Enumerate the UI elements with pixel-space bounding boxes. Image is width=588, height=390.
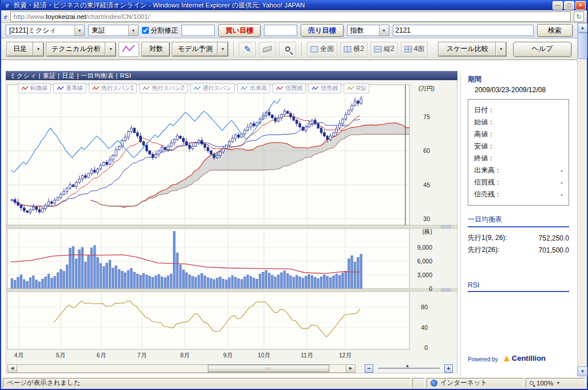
model-dropdown[interactable]: ▼ [218, 42, 228, 56]
legend-item[interactable]: RSI [344, 83, 369, 93]
grip-icon: |||| [266, 367, 271, 370]
scroll-right-icon[interactable]: ▶ [346, 365, 355, 372]
url-field[interactable]: http://www.toyokeizai.net/chart/index/CN… [10, 11, 571, 22]
buy-target-input[interactable] [181, 25, 215, 36]
scroll-track[interactable]: |||| [17, 365, 346, 372]
legend-item[interactable]: 先行スパン1 [89, 83, 137, 93]
stock-code-input[interactable] [393, 25, 534, 36]
svg-text:45: 45 [423, 182, 430, 188]
quote-row: 高値： [474, 128, 563, 140]
buy-target-button[interactable]: 買い目標 [218, 24, 261, 37]
sell-target-input[interactable] [264, 25, 297, 36]
legend-item[interactable]: 信売残 [308, 83, 341, 93]
maximize-button[interactable]: □ [564, 1, 574, 10]
sell-target-button[interactable]: 売り目標 [301, 24, 343, 37]
chevron-down-icon[interactable]: ▼ [379, 25, 389, 36]
split-adjust-option: 分割修正 [142, 26, 178, 36]
market-select[interactable]: 東証 ▼ [88, 25, 139, 36]
legend-item[interactable]: 出来高 [237, 83, 270, 93]
svg-text:12月: 12月 [339, 352, 352, 359]
legend-item[interactable]: 基準線 [53, 83, 86, 93]
info-panel: 期間 2009/03/23-2009/12/08 日付：始値：高値：安値：終値：… [460, 71, 575, 376]
legend-item[interactable]: 転換線 [18, 83, 51, 93]
layout-full-button[interactable]: 全面 [307, 42, 337, 57]
eraser-button[interactable] [259, 42, 276, 57]
scroll-thumb[interactable]: |||| [208, 365, 329, 372]
quote-row: 終値： [474, 152, 563, 164]
url-path: /chart/index/CN/1001/ [86, 13, 149, 20]
chart-toolbar: 日足 ▼ テクニカル分析 ▼ 対数 モデル予測 ▼ ✎ 全面 [1, 38, 577, 60]
chart-body[interactable]: 転換線基準線先行スパン1先行スパン2遅行スパン出来高信買残信売残RSI (万円)… [6, 80, 457, 373]
close-button[interactable]: × [575, 1, 586, 10]
chevron-down-icon[interactable]: ▼ [128, 25, 138, 36]
scroll-up-icon[interactable]: ▲ [578, 23, 587, 33]
chevron-down-icon[interactable]: ▼ [74, 25, 84, 36]
centillion-brand-name: Centillion [512, 354, 546, 363]
svg-text:30: 30 [423, 215, 430, 222]
minimize-button[interactable]: — [553, 1, 563, 10]
symbol-select[interactable]: [2121]ミクシィ ▼ [6, 25, 85, 36]
period-button[interactable]: 日足 [7, 42, 33, 56]
eraser-icon [263, 46, 272, 52]
refresh-icon[interactable]: ↻ [574, 11, 584, 22]
symbol-toolbar: [2121]ミクシィ ▼ 東証 ▼ 分割修正 買い目標 売り目標 指数 ▼ 検索 [1, 23, 577, 38]
zoom-slider-track[interactable]: ▲ [378, 368, 440, 369]
chart-horizontal-scrollbar[interactable]: ◀ |||| ▶ [7, 364, 356, 373]
split-adjust-label: 分割修正 [151, 26, 178, 36]
svg-text:0: 0 [429, 285, 432, 292]
log-scale-button[interactable]: 対数 [142, 42, 169, 56]
period-dropdown[interactable]: ▼ [33, 42, 44, 56]
chevron-down-icon[interactable]: ▼ [556, 381, 560, 385]
scale-compare-dropdown[interactable]: ▼ [496, 42, 506, 56]
two-column-pane-icon [344, 46, 352, 53]
svg-text:80: 80 [421, 304, 428, 310]
ichimoku-row: 先行1(9, 26):752,250.0 [468, 232, 569, 244]
status-bar: ページが表示されました インターネット 100% ▼ [1, 376, 587, 389]
index-select[interactable]: 指数 ▼ [347, 25, 389, 36]
search-button[interactable]: 検索 [537, 24, 573, 37]
zoom-slider-handle[interactable]: ▲ [405, 363, 410, 368]
draw-pencil-button[interactable]: ✎ [239, 42, 256, 57]
quote-row: 信買残：- [474, 176, 563, 188]
scroll-left-icon[interactable]: ◀ [8, 365, 17, 372]
svg-text:9,000: 9,000 [417, 244, 432, 251]
help-button[interactable]: ヘルプ [513, 42, 571, 57]
browser-vertical-scrollbar[interactable]: ▲ ▼ [577, 23, 587, 376]
layout-vertical2-button[interactable]: 縦2 [370, 42, 398, 57]
chart-area: ミクシィ | 東証 | 日足 | 一目均衡表 | RSI 転換線基準線先行スパン… [6, 71, 457, 373]
svg-text:6月: 6月 [97, 352, 106, 359]
model-forecast-button[interactable]: モデル予測 [172, 42, 218, 56]
vertical-scroll-thumb[interactable] [578, 33, 587, 59]
legend-item[interactable]: 遅行スパン [190, 83, 235, 93]
legend-line-icon [276, 86, 283, 91]
zoom-tool-button[interactable] [279, 42, 296, 57]
zoom-out-button[interactable]: − [365, 364, 373, 373]
zoom-level[interactable]: 100% ▼ [526, 378, 585, 388]
zoom-magnifier-icon [530, 381, 534, 385]
layout-quad-button[interactable]: 4面 [401, 42, 428, 57]
trendline-tool-button[interactable] [119, 42, 139, 57]
legend-item[interactable]: 先行スパン2 [139, 83, 187, 93]
toolbar-separator [301, 42, 302, 57]
layout-horizontal2-button[interactable]: 横2 [340, 42, 368, 57]
legend-item[interactable]: 信買残 [273, 83, 306, 93]
split-adjust-checkbox[interactable] [142, 27, 149, 34]
quote-box: 日付：始値：高値：安値：終値：出来高：-信買残：-信売残：- [468, 99, 569, 206]
technical-button[interactable]: テクニカル分析 [46, 42, 105, 56]
scale-compare-button[interactable]: スケール比較 [439, 42, 496, 56]
globe-icon [431, 380, 437, 387]
technical-dropdown[interactable]: ▼ [105, 42, 116, 56]
browser-window: e 投資・経済・ビジネスの東洋経済オンライン - Windows Interne… [0, 0, 588, 390]
layout-vertical2-label: 縦2 [384, 44, 394, 54]
chart-legend: 転換線基準線先行スパン1先行スパン2遅行スパン出来高信買残信売残RSI [18, 83, 369, 93]
index-select-value: 指数 [348, 26, 379, 36]
scroll-down-icon[interactable]: ▼ [578, 367, 587, 376]
svg-text:40: 40 [421, 324, 428, 331]
zoom-control: − ▲ + [365, 364, 455, 373]
svg-text:8月: 8月 [180, 352, 190, 359]
zoom-in-button[interactable]: + [444, 364, 453, 373]
stock-chart[interactable]: (万円)75604530(株)9,0006,0003,0000804004月5月… [6, 80, 457, 362]
svg-text:(株): (株) [423, 228, 433, 235]
legend-line-icon [57, 86, 64, 91]
legend-line-icon [92, 86, 100, 91]
